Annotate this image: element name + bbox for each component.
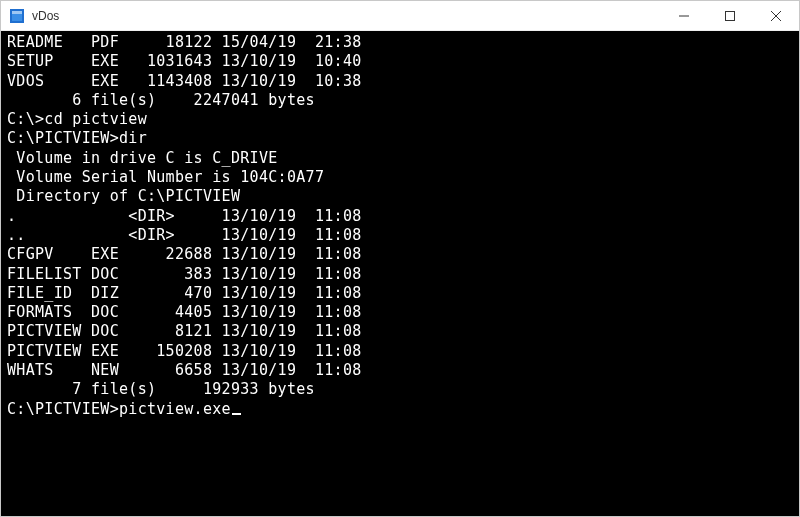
file-row: .. <DIR> 13/10/19 11:08 xyxy=(7,226,793,245)
file-row: VDOS EXE 1143408 13/10/19 10:38 xyxy=(7,72,793,91)
file-row: FORMATS DOC 4405 13/10/19 11:08 xyxy=(7,303,793,322)
app-window: vDos README PDF 18122 15/04/19 21:38SETU… xyxy=(0,0,800,517)
file-row: CFGPV EXE 22688 13/10/19 11:08 xyxy=(7,245,793,264)
app-icon xyxy=(9,8,25,24)
close-button[interactable] xyxy=(753,1,799,31)
file-row: SETUP EXE 1031643 13/10/19 10:40 xyxy=(7,52,793,71)
maximize-button[interactable] xyxy=(707,1,753,31)
svg-rect-2 xyxy=(12,11,22,14)
terminal-text: C:\PICTVIEW>dir xyxy=(7,129,147,147)
svg-rect-3 xyxy=(726,11,735,20)
terminal-text: README PDF 18122 15/04/19 21:38 xyxy=(7,33,362,51)
file-row: FILE_ID DIZ 470 13/10/19 11:08 xyxy=(7,284,793,303)
close-icon xyxy=(771,11,781,21)
terminal-text: 6 file(s) 2247041 bytes xyxy=(7,91,315,109)
terminal-text: PICTVIEW DOC 8121 13/10/19 11:08 xyxy=(7,322,362,340)
cursor xyxy=(232,413,241,415)
terminal-text: Directory of C:\PICTVIEW xyxy=(7,187,240,205)
file-row: PICTVIEW EXE 150208 13/10/19 11:08 xyxy=(7,342,793,361)
prompt-line: C:\>cd pictview xyxy=(7,110,793,129)
maximize-icon xyxy=(725,11,735,21)
terminal-text: Volume in drive C is C_DRIVE xyxy=(7,149,278,167)
file-row: . <DIR> 13/10/19 11:08 xyxy=(7,207,793,226)
dir-summary: 6 file(s) 2247041 bytes xyxy=(7,91,793,110)
terminal[interactable]: README PDF 18122 15/04/19 21:38SETUP EXE… xyxy=(1,31,799,516)
prompt-line: C:\PICTVIEW>pictview.exe xyxy=(7,400,793,419)
terminal-text: CFGPV EXE 22688 13/10/19 11:08 xyxy=(7,245,362,263)
prompt-line: C:\PICTVIEW>dir xyxy=(7,129,793,148)
minimize-icon xyxy=(679,11,689,21)
terminal-text: FORMATS DOC 4405 13/10/19 11:08 xyxy=(7,303,362,321)
minimize-button[interactable] xyxy=(661,1,707,31)
terminal-text: WHATS NEW 6658 13/10/19 11:08 xyxy=(7,361,362,379)
terminal-text: FILE_ID DIZ 470 13/10/19 11:08 xyxy=(7,284,362,302)
file-row: WHATS NEW 6658 13/10/19 11:08 xyxy=(7,361,793,380)
terminal-text: .. <DIR> 13/10/19 11:08 xyxy=(7,226,362,244)
window-title: vDos xyxy=(32,9,59,23)
terminal-text: C:\>cd pictview xyxy=(7,110,147,128)
terminal-text: FILELIST DOC 383 13/10/19 11:08 xyxy=(7,265,362,283)
file-row: FILELIST DOC 383 13/10/19 11:08 xyxy=(7,265,793,284)
directory-of-line: Directory of C:\PICTVIEW xyxy=(7,187,793,206)
file-row: PICTVIEW DOC 8121 13/10/19 11:08 xyxy=(7,322,793,341)
terminal-text: SETUP EXE 1031643 13/10/19 10:40 xyxy=(7,52,362,70)
terminal-text: VDOS EXE 1143408 13/10/19 10:38 xyxy=(7,72,362,90)
file-row: README PDF 18122 15/04/19 21:38 xyxy=(7,33,793,52)
terminal-text: Volume Serial Number is 104C:0A77 xyxy=(7,168,324,186)
serial-line: Volume Serial Number is 104C:0A77 xyxy=(7,168,793,187)
dir-summary: 7 file(s) 192933 bytes xyxy=(7,380,793,399)
volume-line: Volume in drive C is C_DRIVE xyxy=(7,149,793,168)
terminal-text: . <DIR> 13/10/19 11:08 xyxy=(7,207,362,225)
terminal-text: PICTVIEW EXE 150208 13/10/19 11:08 xyxy=(7,342,362,360)
titlebar[interactable]: vDos xyxy=(1,1,799,31)
terminal-text: 7 file(s) 192933 bytes xyxy=(7,380,315,398)
terminal-text: C:\PICTVIEW>pictview.exe xyxy=(7,400,231,418)
